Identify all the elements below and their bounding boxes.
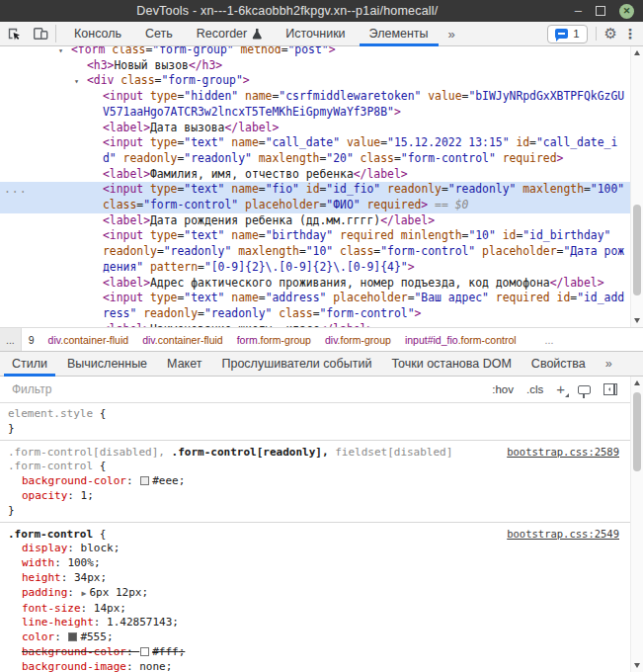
menu-kebab-icon[interactable]: ⋮: [623, 26, 637, 42]
dom-tree-line[interactable]: ▾<form class="form-group" method="post">: [0, 46, 643, 58]
color-swatch[interactable]: [140, 476, 149, 485]
semicolon: ;: [94, 556, 101, 569]
titlebar: DevTools - xn---1-6kcaobbh2fkpgv.xn--p1a…: [0, 0, 643, 22]
device-toolbar-icon[interactable]: [27, 22, 53, 45]
scroll-down-arrow-icon[interactable]: [634, 318, 640, 323]
dom-tree-line[interactable]: <input type="text" name="birthday" requi…: [0, 228, 643, 244]
more-tabs-chevron[interactable]: »: [596, 352, 622, 376]
property-value: #fff: [152, 645, 179, 658]
dom-tree-line[interactable]: class="form-control" placeholder="ФИО" r…: [0, 198, 643, 213]
breadcrumb-item[interactable]: div.form-group: [318, 334, 398, 346]
property-name: background-image: [22, 660, 126, 672]
new-style-rule-button[interactable]: +: [556, 383, 565, 395]
dom-tree-line[interactable]: <label>Фамилия, имя, отчество ребенка</l…: [0, 167, 643, 183]
sidebar-tab[interactable]: Стили: [2, 352, 57, 376]
styles-filter-input[interactable]: [10, 381, 492, 397]
minimize-icon[interactable]: –: [575, 6, 582, 16]
sidebar-tab[interactable]: Макет: [157, 352, 211, 376]
sidebar-tab[interactable]: Прослушиватели событий: [211, 352, 381, 376]
semicolon: ;: [141, 586, 148, 599]
breadcrumb-item[interactable]: 9: [22, 334, 41, 346]
style-rule[interactable]: .form-control[disabled], .form-control[r…: [0, 441, 643, 523]
css-declaration[interactable]: height: 34px;: [8, 571, 635, 586]
dom-tree-line[interactable]: d" readonly="readonly" maxlength="20" cl…: [0, 151, 643, 167]
restore-icon[interactable]: [596, 6, 605, 16]
scroll-down-arrow-icon[interactable]: [634, 663, 640, 668]
scroll-up-arrow-icon[interactable]: [634, 380, 640, 385]
panel-tab[interactable]: Источники: [274, 22, 357, 45]
rendering-emulation-icon[interactable]: [578, 385, 591, 394]
dom-tree-line[interactable]: <label>Адрес фактического проживания, но…: [0, 276, 643, 292]
code-token: "form-group": [161, 73, 242, 87]
dom-tree-line[interactable]: <input type="text" name="call_date" valu…: [0, 135, 643, 151]
dom-tree-line[interactable]: <label>Дата рождения ребенка (дд.мм.гггг…: [0, 213, 643, 229]
node-menu-ellipsis[interactable]: ...: [4, 182, 28, 198]
code-token: >: [243, 73, 250, 87]
css-declaration[interactable]: width: 100%;: [8, 556, 635, 571]
property-value: 100%: [67, 556, 94, 569]
computed-sidebar-toggle-icon[interactable]: [603, 383, 617, 395]
dom-tree-line[interactable]: ...<input type="text" name="fio" id="id_…: [0, 182, 643, 198]
stylesheet-link[interactable]: bootstrap.css:2549: [507, 527, 635, 542]
dom-tree-line[interactable]: <input type="text" name="address" placeh…: [0, 291, 643, 306]
dom-tree-line[interactable]: ress" readonly="readonly" class="form-co…: [0, 306, 643, 322]
panel-tab[interactable]: Консоль: [62, 22, 133, 45]
dom-tree-line[interactable]: ▾<div class="form-group">: [0, 73, 643, 89]
color-swatch[interactable]: [68, 632, 77, 641]
more-tabs-chevron[interactable]: »: [441, 22, 463, 45]
dom-tree-line[interactable]: readonly="readonly" maxlength="10" class…: [0, 244, 643, 260]
close-icon[interactable]: ✕: [619, 4, 634, 19]
css-declaration[interactable]: background-image: none;: [8, 660, 635, 672]
color-swatch[interactable]: [140, 647, 149, 656]
stylesheet-link[interactable]: bootstrap.css:2589: [507, 445, 635, 460]
scrollbar-thumb[interactable]: [633, 392, 641, 471]
settings-gear-icon[interactable]: ⚙: [604, 25, 617, 42]
code-token: "address": [266, 291, 327, 304]
code-token: "Дата рож: [563, 244, 624, 258]
dom-tree-line[interactable]: <label>Дата вызова</label>: [0, 121, 643, 136]
semicolon: ;: [179, 645, 186, 658]
breadcrumb-item[interactable]: form.form-group: [230, 334, 318, 346]
console-messages-button[interactable]: 1: [547, 25, 587, 43]
styles-filter-buttons: :hov .cls +: [492, 383, 617, 395]
dom-tree-line[interactable]: дения" pattern="[0-9]{2}\.[0-9]{2}\.[0-9…: [0, 260, 643, 276]
sidebar-tab[interactable]: Свойства: [522, 352, 596, 376]
panel-tabs: КонсольСетьRecorderИсточникиЭлементы»: [62, 22, 463, 45]
breadcrumb-item[interactable]: div.container-fluid: [41, 334, 136, 346]
scrollbar-thumb[interactable]: [633, 205, 641, 295]
css-declaration[interactable]: line-height: 1.42857143;: [8, 616, 635, 630]
expand-shorthand-icon[interactable]: ▶: [82, 589, 87, 598]
style-rule[interactable]: element.style {}: [0, 403, 643, 441]
code-token: placeholder: [475, 244, 556, 258]
panel-tab[interactable]: Элементы: [358, 22, 441, 45]
css-declaration[interactable]: opacity: 1;: [8, 489, 635, 504]
css-declaration[interactable]: padding: ▶6px 12px;: [8, 586, 635, 602]
dom-tree-line[interactable]: <label>Наименование школы, класс</label>: [0, 322, 643, 327]
css-declaration[interactable]: background-color: #fff;: [8, 645, 635, 660]
inspect-element-icon[interactable]: [0, 22, 27, 45]
expand-arrow-icon[interactable]: ▾: [74, 74, 79, 90]
elements-scrollbar[interactable]: [630, 46, 643, 327]
sidebar-tab[interactable]: Вычисленные: [57, 352, 157, 376]
panel-tab[interactable]: Сеть: [133, 22, 185, 45]
dom-tree-line[interactable]: <h3>Новый вызов</h3>: [0, 58, 643, 74]
code-token: =: [529, 135, 536, 149]
toggle-classes-button[interactable]: .cls: [526, 383, 543, 395]
code-token: </label>: [380, 213, 435, 227]
breadcrumb-item[interactable]: input#id_fio.form-control: [398, 334, 523, 346]
toggle-hover-state-button[interactable]: :hov: [492, 383, 514, 395]
dom-tree-line[interactable]: V571aaHgo7ATCR3w2lncxT5TeMKhEiGpmyWaYf3P…: [0, 105, 643, 121]
styles-scrollbar[interactable]: [630, 377, 643, 672]
css-declaration[interactable]: color: #555;: [8, 630, 635, 645]
style-rule[interactable]: .form-control {bootstrap.css:2549display…: [0, 523, 643, 672]
css-declaration[interactable]: font-size: 14px;: [8, 602, 635, 617]
panel-tab[interactable]: Recorder: [185, 22, 274, 45]
breadcrumb-item[interactable]: div.container-fluid: [135, 334, 230, 346]
scroll-up-arrow-icon[interactable]: [634, 50, 640, 55]
css-declaration[interactable]: display: block;: [8, 542, 635, 556]
dom-tree-line[interactable]: <input type="hidden" name="csrfmiddlewar…: [0, 89, 643, 105]
breadcrumb-overflow[interactable]: ...: [537, 334, 562, 346]
css-declaration[interactable]: background-color: #eee;: [8, 474, 635, 489]
breadcrumb-scroll-left[interactable]: ...: [0, 328, 22, 351]
sidebar-tab[interactable]: Точки останова DOM: [381, 352, 521, 376]
